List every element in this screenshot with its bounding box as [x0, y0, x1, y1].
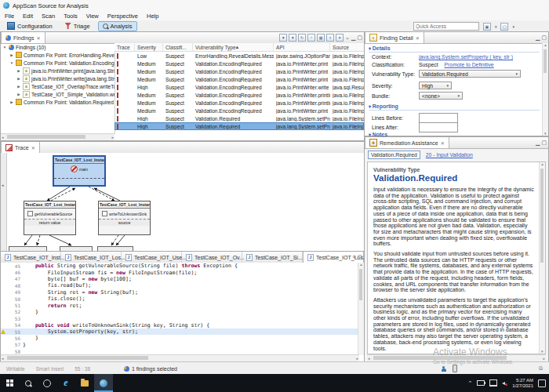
tree-expander-icon[interactable]: ▼: [9, 61, 14, 65]
battery-icon[interactable]: [477, 380, 485, 386]
code-line[interactable]: 52 }: [1, 309, 358, 315]
quick-access-input[interactable]: [413, 22, 479, 31]
perspective-triage[interactable]: Triage: [60, 21, 95, 31]
tab-remediation-assistance[interactable]: ✚ Remediation Assistance ✕: [365, 137, 449, 148]
editor-hscrollbar[interactable]: ◂ ▸: [1, 354, 359, 361]
context-link[interactable]: java.lang.System.setProperty ( key, str …: [419, 54, 513, 60]
maximize-icon[interactable]: ▢: [541, 34, 547, 40]
device-status-icon[interactable]: [453, 365, 457, 372]
tree-item[interactable]: ▶aTestCase_IOT_OverlapTrace.writeToVulne…: [1, 82, 115, 90]
notifications-icon[interactable]: [538, 379, 546, 387]
table-icon[interactable]: ▦: [317, 34, 325, 42]
finding-detail-vscrollbar[interactable]: ▲ ▼: [542, 43, 548, 136]
tab-overflow-icon[interactable]: ≡: [352, 254, 355, 260]
close-icon[interactable]: ✕: [416, 35, 420, 41]
code-line[interactable]: 51 return ret;: [1, 302, 358, 308]
finding-row[interactable]: HighSuspectValidation.Requiredjava.lang.…: [115, 114, 364, 122]
trace-vscrollbar[interactable]: ◂: [1, 153, 7, 251]
code-line[interactable]: 47 byte[] buf = new byte[100];: [1, 276, 358, 282]
tree-item[interactable]: ▶Common Fix Point: Validation.Required (…: [1, 98, 115, 106]
finding-row[interactable]: MediumSuspectValidation.EncodingRequired…: [115, 75, 364, 83]
vulnerability-type-chip[interactable]: Validation.Required: [368, 151, 420, 159]
tab-finding-detail[interactable]: ♦ Finding Detail ✕: [365, 32, 424, 43]
tree-item[interactable]: ▶aTestCase_IOT_Simple_Validation.writeTo…: [1, 90, 115, 98]
tree-expander-icon[interactable]: ▼: [2, 45, 7, 49]
finding-row[interactable]: MediumSuspectValidation.EncodingRequired…: [115, 67, 364, 75]
maximize-icon[interactable]: ▢: [357, 254, 362, 260]
internet-explorer-button[interactable]: e: [56, 374, 75, 392]
tree-expander-icon[interactable]: ▶: [16, 69, 21, 73]
tree-item[interactable]: ▼Findings (10): [1, 43, 115, 51]
start-button[interactable]: [0, 374, 19, 392]
finding-row[interactable]: LowSuspectErrorHandling.RevealDetails.Me…: [115, 52, 364, 60]
taskbar-clock[interactable]: 5:27 AM 1/27/2021: [512, 378, 533, 389]
code-area[interactable]: 45 public String getVulnerableSource(Str…: [1, 263, 358, 355]
editor-tab[interactable]: JTestCase_IOT_Inst...: [1, 252, 61, 263]
tree-expander-icon[interactable]: ▶: [16, 77, 21, 81]
editor-tab[interactable]: JTestCase_IOT_Ov...: [182, 252, 242, 263]
menu-perspective[interactable]: Perspective: [107, 13, 138, 20]
code-line[interactable]: 56 }: [1, 335, 358, 341]
menu-edit[interactable]: Edit: [23, 13, 33, 20]
tip-icon[interactable]: ⧉: [539, 365, 543, 372]
trace-icon[interactable]: [117, 85, 118, 90]
volume-muted-icon[interactable]: [502, 380, 507, 386]
column-header-source[interactable]: Source: [330, 43, 364, 51]
code-line[interactable]: 49 String ret = new String(buf);: [1, 289, 358, 296]
file-explorer-button[interactable]: [75, 374, 94, 392]
close-icon[interactable]: ✕: [36, 35, 40, 41]
taskbar-search-button[interactable]: [19, 374, 38, 392]
maximize-icon[interactable]: ▢: [357, 34, 362, 40]
view-menu-icon[interactable]: ⌄: [345, 34, 350, 40]
tab-trace[interactable]: Trace ✕: [1, 142, 40, 153]
minimize-icon[interactable]: ▁: [351, 34, 355, 40]
editor-tab[interactable]: JTestCase_IOT_Los...: [61, 252, 122, 263]
perspective-analysis[interactable]: Analysis: [98, 21, 137, 31]
trace-icon[interactable]: [117, 61, 118, 67]
menu-scan[interactable]: Scan: [42, 13, 55, 20]
tree-expander-icon[interactable]: ▶: [9, 100, 14, 104]
menu-view[interactable]: View: [86, 13, 99, 20]
appscan-taskbar-button[interactable]: [94, 374, 113, 392]
editor-vscrollbar[interactable]: ▲: [358, 263, 364, 355]
severity-select[interactable]: High▾: [419, 82, 452, 89]
trace-node-source[interactable]: TestCase_IOT_Lost_Instance getVulnerable…: [24, 201, 76, 235]
perspective-configuration[interactable]: Configuration: [2, 20, 57, 31]
perspective-dropdown-icon[interactable]: ▾: [495, 24, 497, 29]
trace-icon[interactable]: [117, 93, 118, 98]
user-status-icon[interactable]: [441, 366, 446, 372]
code-line[interactable]: 54 public void writeToUnknownSink(String…: [1, 322, 358, 328]
remediation-hscrollbar[interactable]: ◂ ▸: [367, 354, 546, 361]
remediation-vscrollbar[interactable]: ▲ ▼: [539, 162, 545, 354]
code-line[interactable]: 48 fis.read(buf);: [1, 282, 358, 289]
finding-row[interactable]: HighSuspectValidation.Requiredjava.lang.…: [115, 122, 364, 130]
minimize-icon[interactable]: ▁: [536, 34, 540, 40]
minimize-icon[interactable]: ▁: [536, 140, 540, 145]
tray-chevron-icon[interactable]: ⌃: [467, 380, 472, 386]
trace-icon[interactable]: [117, 100, 118, 106]
trace-node-sink[interactable]: TestCase_IOT_Lost_Instance writeToUnknow…: [98, 201, 151, 235]
code-line[interactable]: 45 public String getVulnerableSource(Str…: [1, 263, 358, 269]
trace-icon[interactable]: [117, 124, 118, 129]
column-header-severity[interactable]: Severity: [135, 43, 163, 51]
open-perspective-icon[interactable]: ▣: [483, 23, 491, 31]
search-icon[interactable]: ⌕: [307, 34, 315, 42]
tab-findings[interactable]: Findings ✕: [1, 32, 45, 43]
trace-icon[interactable]: [117, 69, 118, 74]
perspective-dropdown2-icon[interactable]: ▾: [512, 24, 514, 29]
filter-icon[interactable]: ▼: [279, 34, 287, 42]
tree-expander-icon[interactable]: ▶: [9, 53, 14, 57]
code-line[interactable]: 50 fis.close();: [1, 296, 358, 302]
details-section-header[interactable]: Details: [369, 45, 540, 53]
code-line[interactable]: 57}: [1, 342, 358, 348]
menu-tools[interactable]: Tools: [64, 13, 78, 20]
trace-icon[interactable]: [117, 116, 118, 122]
trace-node-main[interactable]: TestCase_IOT_Lost_Instance main: [53, 155, 106, 187]
other-perspective-icon[interactable]: ▢: [500, 23, 508, 31]
column-header-classifi-[interactable]: Classifi...: [163, 43, 193, 51]
code-line[interactable]: 53: [1, 315, 358, 321]
menu-file[interactable]: File: [5, 13, 14, 20]
report-icon[interactable]: ✦: [336, 34, 344, 42]
input-validation-link[interactable]: 20 - Input Validation: [426, 152, 473, 158]
promote-to-definitive-link[interactable]: Promote to Definitive: [445, 62, 494, 67]
